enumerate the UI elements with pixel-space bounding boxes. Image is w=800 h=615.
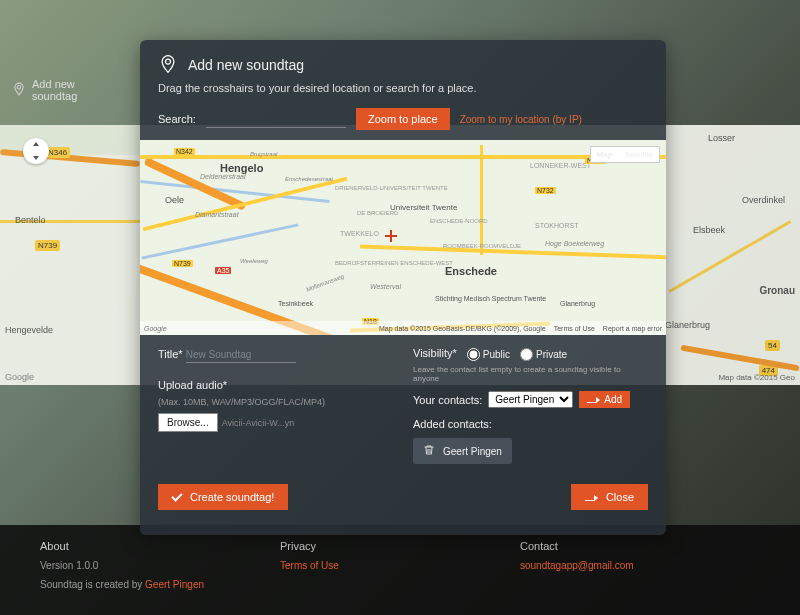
map-place-brug: Brugstraat [250,151,278,157]
pin-icon [158,54,178,76]
upload-label: Upload audio* [158,379,227,391]
title-label: Title* [158,348,183,360]
map-place-weele: Weeleweg [240,258,268,264]
map-place-drieneveld: DRIENERVELD-UNIVERSITEIT TWENTE [335,185,448,191]
visibility-private-option[interactable]: Private [520,348,567,361]
modal-subtitle: Drag the crosshairs to your desired loca… [140,82,666,104]
bg-map-pan-control[interactable] [23,138,49,164]
modal-title: Add new soundtag [188,57,304,73]
browse-button[interactable]: Browse... [158,413,218,432]
map-crosshair-icon[interactable] [385,230,397,242]
visibility-private-label: Private [536,349,567,360]
create-soundtag-label: Create soundtag! [190,491,274,503]
map-badge-a35: A35 [215,267,231,274]
bg-badge-54: 54 [765,340,780,351]
footer: About Version 1.0.0 Soundtag is created … [0,525,800,615]
check-icon [172,491,182,503]
map-place-tesink: Tesinkbeek [278,300,313,307]
footer-contact-heading: Contact [520,540,760,552]
map-place-stokhorst: STOKHORST [535,222,578,229]
map-badge-n732: N732 [535,187,556,194]
map-place-enschede-noord: ENSCHEDE-NOORD [430,218,488,224]
map-badge-n739: N739 [172,260,193,267]
modal-map[interactable]: Hengelo Enschede Oele TWEKKELO Universit… [140,140,666,335]
visibility-public-option[interactable]: Public [467,348,510,361]
selected-filename: Avicii-Avicii-W...yn [222,418,295,428]
bg-place-overdinkel: Overdinkel [742,195,785,205]
close-button[interactable]: Close [571,484,648,510]
map-place-hoge: Hoge Boekelerweg [545,240,604,247]
visibility-public-radio[interactable] [467,348,480,361]
footer-terms-link[interactable]: Terms of Use [280,560,339,571]
bg-add-soundtag-label: Add new soundtag [32,78,123,102]
footer-email-link[interactable]: soundtagapp@gmail.com [520,560,634,571]
added-contact-pill: Geert Pingen [413,438,512,464]
add-soundtag-modal: Add new soundtag Drag the crosshairs to … [140,40,666,535]
visibility-note: Leave the contact list empty to create a… [413,365,648,383]
map-terms-link[interactable]: Terms of Use [554,325,595,332]
map-place-twekkelo: TWEKKELO [340,230,379,237]
contacts-select[interactable]: Geert Pingen [488,391,573,408]
bg-place-elsbeek: Elsbeek [693,225,725,235]
map-place-enschede: Enschede [445,265,497,277]
trash-icon[interactable] [423,444,435,458]
contacts-label: Your contacts: [413,394,482,406]
visibility-public-label: Public [483,349,510,360]
bg-place-gronau: Gronau [759,285,795,296]
map-place-diamant: Diamantstraat [195,211,239,218]
map-place-spectrum: Stichting Medisch Spectrum Twente [435,295,546,302]
map-badge-n342: N342 [174,148,195,155]
bg-place-hengevelde: Hengevelde [5,325,53,335]
bg-place-glanerbrug: Glanerbrug [665,320,710,330]
visibility-private-radio[interactable] [520,348,533,361]
svg-point-0 [17,86,21,90]
map-place-broederen: DE BROEIERD [357,210,398,216]
map-place-roombeek: ROOMBEEK-ROOMVELDJE [443,243,521,249]
bg-map-attrib: Map data ©2015 Geo [718,373,795,382]
map-type-toggle: Map Satellite [590,146,660,163]
footer-created-text: Soundtag is created by [40,579,145,590]
close-label: Close [606,491,634,503]
added-contacts-label: Added contacts: [413,418,492,430]
footer-creator-link[interactable]: Geert Pingen [145,579,204,590]
arrow-right-icon [587,394,600,405]
map-place-lonneker: LONNEKER-WEST [530,162,591,169]
add-contact-button[interactable]: Add [579,391,630,408]
map-place-oele: Oele [165,195,184,205]
add-contact-label: Add [604,394,622,405]
zoom-to-ip-link[interactable]: Zoom to my location (by IP) [460,114,582,125]
added-contact-name: Geert Pingen [443,446,502,457]
map-place-westerval: Westerval [370,283,401,290]
zoom-to-place-button[interactable]: Zoom to place [356,108,450,130]
map-google-logo: Google [144,325,167,332]
search-input[interactable] [206,110,346,128]
map-place-universiteit: Universiteit Twente [390,203,457,212]
bg-place-losser: Losser [708,133,735,143]
bg-place-bentelo: Bentelo [15,215,46,225]
create-soundtag-button[interactable]: Create soundtag! [158,484,288,510]
map-place-mollen: Mollemansweg [305,273,345,292]
map-place-delden: Deldenerstraat [200,173,246,180]
arrow-right-icon [585,491,598,503]
bg-add-soundtag-row[interactable]: Add new soundtag [12,78,123,102]
pin-icon [12,82,26,98]
search-label: Search: [158,113,196,125]
footer-version: Version 1.0.0 [40,560,280,571]
footer-privacy-heading: Privacy [280,540,520,552]
map-attribution: Map data ©2015 GeoBasis-DE/BKG (©2009), … [379,325,546,332]
map-type-satellite[interactable]: Satellite [619,147,659,162]
title-input[interactable] [186,347,296,363]
bg-badge-n739: N739 [35,240,60,251]
map-place-bedrijf: BEDRIJFSTERREINEN ENSCHEDE-WEST [335,260,453,266]
svg-point-1 [166,59,171,64]
bg-google-logo: Google [5,372,34,382]
map-place-glanerbrug: Glanerbrug [560,300,595,307]
upload-hint: (Max. 10MB, WAV/MP3/OGG/FLAC/MP4) [158,397,393,407]
footer-about-heading: About [40,540,280,552]
visibility-label: Visibility* [413,347,457,359]
map-type-map[interactable]: Map [591,147,619,162]
map-place-ensched: Enschedesestraat [285,176,333,182]
bg-sidepanel: Add new soundtag [0,60,135,120]
map-report-link[interactable]: Report a map error [603,325,662,332]
